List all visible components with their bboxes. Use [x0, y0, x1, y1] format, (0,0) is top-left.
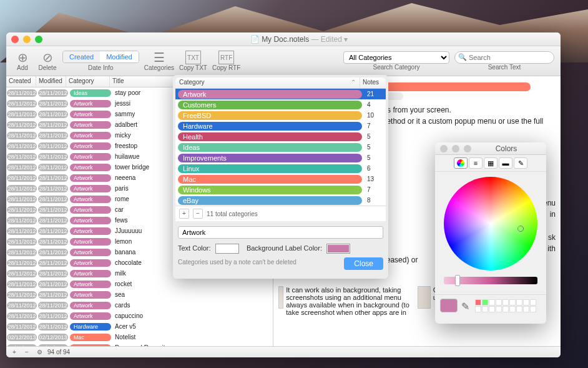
current-color-swatch[interactable] [440, 299, 458, 312]
table-row[interactable]: 28/11/201228/11/2012Artworkcapuccino [6, 311, 273, 321]
row-category-pill: Artwork [70, 302, 111, 309]
copy-txt-button[interactable]: TXTCopy TXT [179, 51, 207, 71]
modified-date: 28/11/2012 [38, 153, 68, 161]
color-palettes-tab[interactable]: ▦ [484, 157, 497, 169]
saved-swatches[interactable] [475, 299, 537, 312]
category-row[interactable]: Health5 [175, 131, 386, 142]
category-row[interactable]: Mac13 [175, 174, 386, 184]
search-text-label: Search Text [488, 64, 521, 71]
category-row[interactable]: eBay8 [175, 195, 386, 206]
mini-swatch[interactable] [516, 306, 522, 312]
zoom-window-button[interactable] [35, 36, 42, 43]
row-category-pill: Hardware [70, 323, 111, 331]
created-date: 28/11/2012 [7, 174, 37, 182]
created-date: 28/11/2012 [7, 196, 37, 203]
add-category-button[interactable]: + [179, 209, 189, 219]
table-row[interactable]: 02/12/201302/12/2013MacNotelist [6, 332, 273, 342]
cat-col-notes[interactable]: Notes [360, 77, 386, 88]
cat-col-category[interactable]: Category⌃ [175, 77, 360, 88]
add-button[interactable]: ⊕Add [12, 51, 32, 71]
mini-swatch[interactable] [502, 306, 509, 312]
zoom-window-button[interactable] [464, 145, 471, 152]
col-category-header[interactable]: Category [66, 76, 110, 87]
remove-category-button[interactable]: − [193, 209, 203, 219]
minimize-window-button[interactable] [23, 36, 31, 43]
titlebar: 📄 My Doc.notels — Edited ▾ [6, 32, 561, 46]
gear-icon[interactable]: ⚙ [35, 349, 44, 356]
wheel-cursor[interactable] [517, 226, 524, 232]
minimize-window-button[interactable] [452, 145, 459, 152]
category-count: 7 [365, 122, 386, 129]
bg-color-swatch[interactable] [326, 244, 350, 254]
category-row[interactable]: Windows7 [175, 184, 386, 195]
category-pill: Customers [178, 101, 362, 109]
col-created-header[interactable]: Created [6, 76, 36, 87]
table-row[interactable]: 02/12/201302/12/2013MacPassword Reposito… [6, 342, 273, 346]
categories-icon: ☰ [154, 51, 165, 64]
created-segment[interactable]: Created [63, 51, 100, 62]
color-sliders-tab[interactable]: ≡ [469, 157, 483, 169]
color-pencils-tab[interactable]: ✎ [514, 157, 527, 169]
category-row[interactable]: Artwork21 [175, 89, 386, 99]
mini-swatch[interactable] [482, 306, 488, 312]
created-date: 28/11/2012 [7, 153, 37, 161]
colors-titlebar: Colors [435, 142, 546, 155]
categories-button[interactable]: ☰Categories [144, 51, 174, 71]
table-row[interactable]: 28/11/201228/11/2012Artworkrocket [6, 279, 273, 289]
row-category-pill: Artwork [70, 259, 111, 267]
wheel-icon [457, 159, 464, 167]
mini-swatch[interactable] [496, 306, 502, 312]
brightness-slider[interactable] [444, 277, 537, 284]
category-name-input[interactable] [178, 226, 383, 239]
mini-swatch[interactable] [509, 306, 516, 312]
statusbar: + − ⚙ 94 of 94 [6, 346, 561, 357]
mini-swatch[interactable] [516, 299, 522, 306]
mini-swatch[interactable] [496, 299, 502, 306]
row-title: cards [112, 302, 273, 309]
table-row[interactable]: 28/11/201228/11/2012Artworkcards [6, 300, 273, 311]
modified-segment[interactable]: Modified [100, 51, 139, 62]
eyedropper-icon[interactable]: ✎ [461, 301, 471, 311]
category-row[interactable]: Linux6 [175, 163, 386, 174]
close-button[interactable]: Close [344, 257, 383, 270]
col-modified-header[interactable]: Modified [36, 76, 66, 87]
category-filter-select[interactable]: All Categories [343, 51, 449, 64]
search-input[interactable] [454, 51, 554, 64]
created-date: 28/11/2012 [7, 121, 37, 129]
color-spectrum-tab[interactable]: ▬ [499, 157, 512, 169]
mini-swatch[interactable] [530, 306, 536, 312]
mini-swatch[interactable] [475, 299, 481, 306]
mini-swatch[interactable] [489, 299, 495, 306]
color-wheel[interactable] [444, 177, 537, 271]
preview-thumb-icon [278, 286, 283, 309]
category-list[interactable]: Artwork21Customers4FreeBSD10Hardware7Hea… [175, 89, 386, 206]
mini-swatch[interactable] [475, 306, 481, 312]
text-color-swatch[interactable] [215, 244, 239, 254]
category-row[interactable]: Ideas5 [175, 142, 386, 152]
mini-swatch[interactable] [482, 299, 488, 306]
table-row[interactable]: 28/11/201228/11/2012HardwareAcer v5 [6, 321, 273, 332]
close-window-button[interactable] [11, 36, 19, 43]
table-row[interactable]: 28/11/201228/11/2012Artworksea [6, 289, 273, 300]
close-window-button[interactable] [440, 145, 448, 152]
mini-swatch[interactable] [530, 299, 536, 306]
mini-swatch[interactable] [502, 299, 509, 306]
cat-popup-header: Category⌃ Notes [175, 77, 386, 89]
category-row[interactable]: Improvements5 [175, 152, 386, 163]
category-row[interactable]: FreeBSD10 [175, 110, 386, 121]
category-pill: Linux [178, 164, 362, 173]
mini-swatch[interactable] [523, 299, 529, 306]
mini-swatch[interactable] [509, 299, 516, 306]
colors-window-title: Colors [471, 144, 541, 153]
copy-rtf-button[interactable]: RTFCopy RTF [212, 51, 240, 71]
category-row[interactable]: Customers4 [175, 99, 386, 110]
remove-row-button[interactable]: − [22, 349, 31, 356]
mini-swatch[interactable] [523, 306, 529, 312]
color-wheel-tab[interactable] [454, 157, 468, 169]
mini-swatch[interactable] [489, 306, 495, 312]
brightness-knob[interactable] [455, 275, 460, 286]
delete-button[interactable]: ⊘Delete [37, 51, 57, 71]
modified-date: 28/11/2012 [38, 100, 68, 107]
category-row[interactable]: Hardware7 [175, 121, 386, 131]
add-row-button[interactable]: + [10, 349, 19, 356]
